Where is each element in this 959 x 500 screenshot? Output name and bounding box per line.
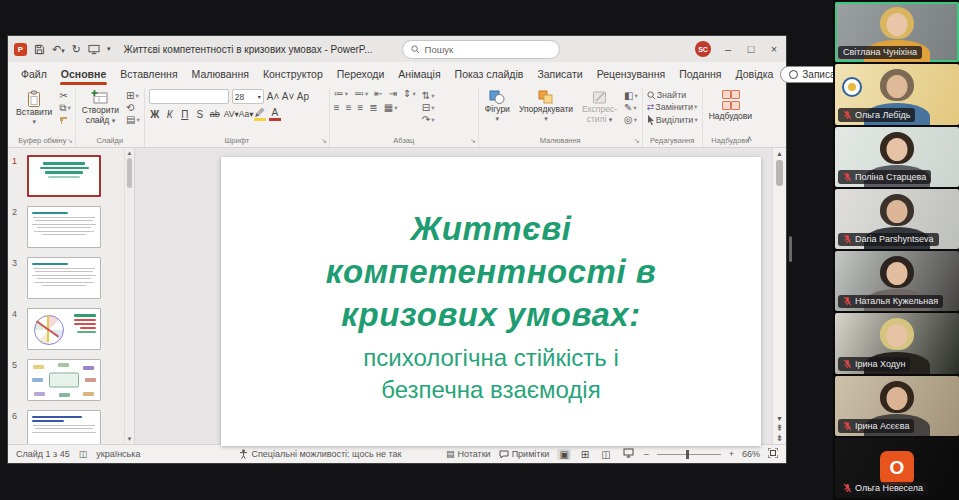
addins-button[interactable]: Надбудови bbox=[707, 89, 754, 123]
align-left-icon[interactable]: ≡ bbox=[334, 103, 340, 113]
ribbon-tab[interactable]: Довідка bbox=[729, 63, 781, 86]
accessibility-status[interactable]: Спеціальні можливості: щось не так bbox=[239, 449, 401, 459]
columns-icon[interactable]: ▦▾ bbox=[384, 103, 398, 113]
ribbon-tab[interactable]: Малювання bbox=[185, 63, 256, 86]
collapse-ribbon-icon[interactable]: ˄ bbox=[747, 134, 752, 144]
participant-tile[interactable]: Ірина Ходун bbox=[835, 313, 959, 373]
slide-thumbnail[interactable] bbox=[27, 308, 101, 350]
change-case-icon[interactable]: Aa▾ bbox=[239, 109, 251, 119]
shapes-button[interactable]: Фігури▾ bbox=[483, 89, 512, 124]
grow-font-icon[interactable]: A˄ bbox=[267, 91, 279, 102]
reset-slide-icon[interactable]: ⟲ bbox=[126, 103, 140, 113]
ribbon-tab[interactable]: Файл bbox=[14, 63, 54, 86]
account-avatar[interactable]: SC bbox=[695, 41, 711, 57]
ribbon-tab[interactable]: Показ слайдів bbox=[448, 63, 531, 86]
maximize-button[interactable]: □ bbox=[745, 44, 757, 55]
font-size-select[interactable]: 28▾ bbox=[232, 89, 264, 104]
zoom-slider[interactable] bbox=[657, 454, 721, 455]
decrease-indent-icon[interactable]: ⇤ bbox=[374, 89, 382, 99]
language-indicator[interactable]: українська bbox=[96, 449, 140, 459]
shrink-font-icon[interactable]: A˅ bbox=[282, 91, 294, 102]
justify-icon[interactable]: ≣ bbox=[369, 103, 377, 113]
format-painter-icon[interactable] bbox=[59, 115, 70, 125]
ribbon-tab[interactable]: Переходи bbox=[330, 63, 392, 86]
comments-toggle[interactable]: Примітки bbox=[499, 449, 550, 459]
new-slide-button[interactable]: Створити слайд ▾ bbox=[80, 89, 121, 127]
minimize-button[interactable]: – bbox=[722, 44, 734, 55]
previous-slide-icon[interactable]: ⇞ bbox=[776, 425, 784, 432]
redo-icon[interactable]: ↻ bbox=[72, 43, 81, 56]
text-shadow-button[interactable]: S bbox=[194, 109, 206, 120]
highlight-color-icon[interactable]: 🖉 bbox=[254, 107, 266, 121]
close-button[interactable]: × bbox=[768, 44, 780, 55]
participant-tile[interactable]: Наталья Кужельная bbox=[835, 251, 959, 311]
quick-styles-button[interactable]: Експрес- стилі ▾ bbox=[580, 89, 619, 126]
align-right-icon[interactable]: ≡ bbox=[357, 103, 363, 113]
font-name-select[interactable] bbox=[149, 89, 229, 104]
scroll-up-icon[interactable]: ▲ bbox=[776, 150, 783, 157]
select-button[interactable]: Виділити▾ bbox=[647, 115, 698, 125]
shape-outline-icon[interactable]: ✎▾ bbox=[624, 103, 638, 113]
numbering-icon[interactable]: ≕▾ bbox=[354, 89, 368, 99]
character-spacing-icon[interactable]: AV▾ bbox=[224, 109, 236, 119]
line-spacing-icon[interactable]: ⇕▾ bbox=[403, 89, 416, 99]
current-slide[interactable]: Життєві компетентності в кризових умовах… bbox=[221, 157, 761, 446]
slide-thumbnail[interactable] bbox=[27, 155, 101, 197]
participant-tile[interactable]: Поліна Старцева bbox=[835, 127, 959, 187]
paste-button[interactable]: Вставити▾ bbox=[14, 89, 54, 127]
find-button[interactable]: Знайти bbox=[647, 91, 698, 100]
ribbon-tab[interactable]: Рецензування bbox=[590, 63, 672, 86]
slide-sorter-view-button[interactable]: ⊞ bbox=[579, 449, 591, 460]
text-direction-icon[interactable]: ⇅▾ bbox=[422, 91, 435, 101]
notes-toggle[interactable]: ▤ Нотатки bbox=[446, 449, 491, 459]
slide-indicator[interactable]: Слайд 1 з 45 bbox=[16, 449, 70, 459]
arrange-button[interactable]: Упорядкувати▾ bbox=[517, 89, 575, 124]
canvas-scrollbar[interactable]: ▲ ▼ ⇞ ⇟ bbox=[772, 148, 786, 444]
undo-icon[interactable]: ↶▾ bbox=[52, 43, 65, 56]
convert-smartart-icon[interactable]: ↷▾ bbox=[422, 115, 435, 125]
underline-button[interactable]: П bbox=[179, 109, 191, 120]
cut-icon[interactable]: ✂ bbox=[59, 91, 70, 101]
slide-thumbnail[interactable] bbox=[27, 257, 101, 299]
fit-to-window-icon[interactable] bbox=[768, 448, 778, 460]
font-color-icon[interactable]: A bbox=[269, 107, 281, 121]
participant-tile[interactable]: Ірина Асєєва bbox=[835, 376, 959, 436]
slide-title[interactable]: Життєві компетентності в кризових умовах… bbox=[221, 207, 761, 336]
strikethrough-button[interactable]: ab bbox=[209, 109, 221, 119]
shape-effects-icon[interactable]: ◎▾ bbox=[624, 115, 638, 125]
scroll-up-icon[interactable]: ▲ bbox=[127, 150, 133, 156]
ribbon-tab[interactable]: Основне bbox=[54, 63, 113, 86]
sidebar-resize-handle[interactable] bbox=[789, 236, 792, 262]
participant-tile[interactable]: Світлана Чуніхіна bbox=[835, 2, 959, 62]
align-center-icon[interactable]: ≡ bbox=[346, 103, 352, 113]
spellcheck-icon[interactable]: ◫ bbox=[79, 449, 88, 459]
reading-view-button[interactable]: ◫ bbox=[599, 449, 612, 460]
zoom-out-button[interactable]: – bbox=[644, 449, 649, 459]
scroll-down-icon[interactable]: ▼ bbox=[127, 436, 133, 442]
drawing-dialog-launcher[interactable]: ↘ bbox=[634, 137, 640, 145]
thumbnail-scrollbar[interactable]: ▲ ▼ bbox=[124, 148, 134, 444]
shape-fill-icon[interactable]: ◧▾ bbox=[624, 91, 638, 101]
qat-customize-icon[interactable]: ▾ bbox=[107, 45, 111, 53]
clear-formatting-icon[interactable]: Ap bbox=[297, 91, 309, 102]
slide-thumbnail[interactable] bbox=[27, 206, 101, 248]
bold-button[interactable]: Ж bbox=[149, 109, 161, 120]
scroll-down-icon[interactable]: ▼ bbox=[776, 415, 783, 422]
ribbon-tab[interactable]: Записати bbox=[530, 63, 589, 86]
participant-tile[interactable]: Ольга Лебідь bbox=[835, 64, 959, 124]
ribbon-tab[interactable]: Вставлення bbox=[113, 63, 184, 86]
zoom-slider-thumb[interactable] bbox=[686, 450, 689, 459]
copy-icon[interactable]: ⧉▾ bbox=[59, 103, 70, 113]
paragraph-dialog-launcher[interactable]: ↘ bbox=[470, 137, 476, 145]
slideshow-view-button[interactable] bbox=[621, 448, 636, 460]
normal-view-button[interactable]: ▣ bbox=[557, 449, 570, 460]
save-icon[interactable] bbox=[34, 44, 45, 55]
increase-indent-icon[interactable]: ⇥ bbox=[389, 89, 397, 99]
slide-layout-icon[interactable]: ⊞▾ bbox=[126, 91, 140, 101]
replace-button[interactable]: ⇄ Замінити▾ bbox=[647, 103, 698, 112]
italic-button[interactable]: К bbox=[164, 109, 176, 120]
slide-thumbnail[interactable] bbox=[27, 359, 101, 401]
start-slideshow-icon[interactable] bbox=[88, 44, 100, 55]
next-slide-icon[interactable]: ⇟ bbox=[776, 435, 784, 442]
ribbon-tab[interactable]: Анімація bbox=[391, 63, 447, 86]
